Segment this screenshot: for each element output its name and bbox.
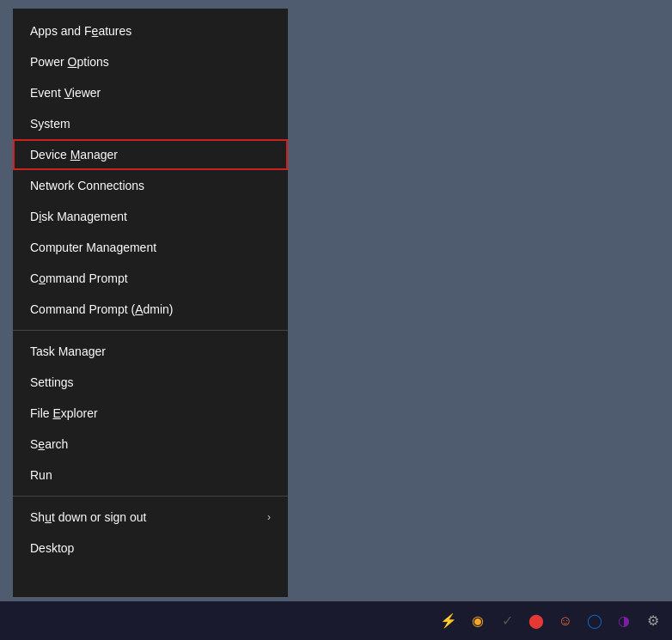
menu-item-disk-management[interactable]: Disk Management: [13, 201, 288, 232]
menu-divider: [13, 330, 288, 331]
menu-item-label-command-prompt: Command Prompt: [30, 271, 128, 285]
notification-icon-4[interactable]: ⬤: [524, 609, 548, 633]
menu-item-desktop[interactable]: Desktop: [13, 533, 288, 564]
menu-item-search[interactable]: Search: [13, 429, 288, 460]
notification-icon-1[interactable]: ⚡: [437, 609, 461, 633]
menu-item-label-settings: Settings: [30, 375, 74, 389]
desktop: Apps and FeaturesPower OptionsEvent View…: [0, 0, 672, 640]
taskbar: ⚡◉✓⬤☺◯◑⚙: [0, 601, 672, 640]
menu-item-system[interactable]: System: [13, 108, 288, 139]
menu-item-file-explorer[interactable]: File Explorer: [13, 398, 288, 429]
context-menu: Apps and FeaturesPower OptionsEvent View…: [13, 9, 288, 597]
submenu-arrow-icon: ›: [267, 511, 271, 523]
menu-item-label-task-manager: Task Manager: [30, 344, 106, 358]
menu-item-device-manager[interactable]: Device Manager: [13, 139, 288, 170]
menu-item-label-command-prompt-admin: Command Prompt (Admin): [30, 302, 174, 316]
menu-item-label-event-viewer: Event Viewer: [30, 86, 101, 100]
notification-icon-3[interactable]: ✓: [495, 609, 519, 633]
menu-item-command-prompt[interactable]: Command Prompt: [13, 263, 288, 294]
menu-item-label-disk-management: Disk Management: [30, 210, 127, 223]
menu-item-apps-features[interactable]: Apps and Features: [13, 15, 288, 46]
notification-icon-7[interactable]: ◑: [612, 609, 636, 633]
menu-item-label-desktop: Desktop: [30, 541, 74, 555]
menu-item-label-system: System: [30, 117, 70, 131]
menu-divider: [13, 496, 288, 497]
menu-item-task-manager[interactable]: Task Manager: [13, 336, 288, 367]
menu-item-label-search: Search: [30, 437, 68, 451]
menu-item-event-viewer[interactable]: Event Viewer: [13, 77, 288, 108]
menu-item-label-computer-management: Computer Management: [30, 241, 156, 254]
notification-icon-6[interactable]: ◯: [583, 609, 607, 633]
notification-icon-2[interactable]: ◉: [466, 609, 490, 633]
menu-item-command-prompt-admin[interactable]: Command Prompt (Admin): [13, 294, 288, 325]
notification-icon-5[interactable]: ☺: [553, 609, 577, 633]
menu-item-label-file-explorer: File Explorer: [30, 406, 98, 420]
menu-item-label-run: Run: [30, 468, 52, 482]
menu-item-power-options[interactable]: Power Options: [13, 46, 288, 77]
menu-item-label-device-manager: Device Manager: [30, 148, 118, 162]
menu-item-computer-management[interactable]: Computer Management: [13, 232, 288, 263]
menu-item-label-network-connections: Network Connections: [30, 179, 144, 192]
menu-item-label-shut-down: Shut down or sign out: [30, 510, 146, 524]
menu-item-shut-down[interactable]: Shut down or sign out›: [13, 502, 288, 533]
menu-item-network-connections[interactable]: Network Connections: [13, 170, 288, 201]
menu-item-label-power-options: Power Options: [30, 55, 109, 69]
menu-item-run[interactable]: Run: [13, 460, 288, 491]
menu-item-label-apps-features: Apps and Features: [30, 24, 131, 38]
settings-icon[interactable]: ⚙: [641, 609, 665, 633]
menu-item-settings[interactable]: Settings: [13, 367, 288, 398]
